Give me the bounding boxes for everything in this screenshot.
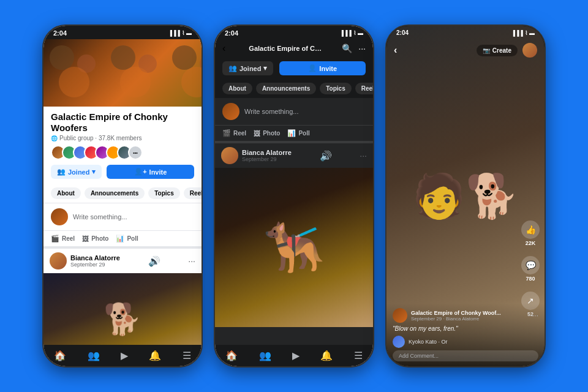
nav-watch[interactable]: ▶ (116, 349, 133, 363)
p2-group-name: Galactic Empire of Ch... (249, 45, 322, 52)
p3-status-time: 2:04 (396, 29, 409, 36)
p2-write-avatar (222, 103, 239, 120)
p2-reel-label: Reel (233, 130, 246, 137)
group-meta: 🌐 Public group · 37.8K members (51, 135, 194, 141)
nav-home[interactable]: 🏠 (49, 349, 71, 363)
tab-topics[interactable]: Topics (148, 187, 179, 199)
phone-3: 2:04 ▐▐▐ ⌇ ▬ ‹ 📷 Create (385, 24, 546, 368)
p2-nav-groups[interactable]: 👥 (254, 349, 276, 363)
avatar-more: ••• (128, 145, 143, 160)
photo-button[interactable]: 🖼 Photo (82, 235, 108, 243)
p3-caption: "Blow on my ears, fren." (393, 325, 538, 332)
chevron-down-icon: ▾ (92, 168, 96, 176)
status-icons-1: ▐▐▐ ⌇ ▬ (168, 30, 192, 36)
group-info: Galactic Empire of Chonky Woofers 🌐 Publ… (43, 107, 202, 184)
p2-tab-announcements[interactable]: Announcements (256, 83, 316, 94)
p3-add-comment-row: Add Comment... (393, 350, 538, 361)
p3-signal-icon: ▐▐▐ (511, 30, 523, 36)
p2-post-author-row: Bianca Alatorre September 29 (221, 147, 292, 164)
p2-photo-label: Photo (263, 130, 280, 137)
p3-comment-action[interactable]: 💬 780 (521, 256, 540, 282)
p3-user-avatar (522, 43, 537, 58)
p2-reel-icon: 🎬 (222, 129, 231, 137)
back-button-2[interactable]: ‹ (222, 43, 225, 54)
joined-label: Joined (68, 168, 89, 176)
p3-battery-icon: ▬ (529, 30, 535, 36)
photo-icon: 🖼 (82, 235, 89, 243)
p3-more-icon[interactable]: ··· (532, 311, 538, 320)
p2-nav-notifications[interactable]: 🔔 (315, 349, 337, 363)
p2-poll-button[interactable]: 📊 Poll (287, 129, 309, 137)
p2-volume-icon[interactable]: 🔊 (320, 150, 332, 162)
p3-comment-count: 780 (526, 276, 535, 282)
search-icon-2[interactable]: 🔍 (342, 43, 352, 53)
p2-post-image: 🐕‍🦺 (215, 168, 373, 327)
p2-dog-image: 🐕‍🦺 (263, 219, 325, 276)
p3-like-action[interactable]: 👍 22K (521, 221, 540, 246)
p3-post-date: September 29 · Bianca Alatorre (411, 316, 501, 322)
p2-post-avatar (221, 147, 238, 164)
nav-groups[interactable]: 👥 (83, 349, 105, 363)
like-icon: 👍 (521, 221, 540, 239)
p2-tab-reels[interactable]: Reels (355, 83, 373, 94)
invite-button[interactable]: 👤+ Invite (107, 165, 194, 179)
bottom-nav-1: 🏠 👥 ▶ 🔔 ☰ (43, 345, 202, 366)
p2-tab-about[interactable]: About (222, 83, 252, 94)
write-placeholder[interactable]: Write something... (73, 213, 194, 221)
dog-image: 🐕 (104, 301, 141, 337)
p3-back-button[interactable]: ‹ (394, 45, 397, 56)
status-time-1: 2:04 (53, 29, 67, 37)
joined-button[interactable]: 👥 Joined ▾ (51, 165, 102, 179)
wifi-icon: ⌇ (182, 30, 184, 36)
p2-tab-topics[interactable]: Topics (320, 83, 351, 94)
poll-button[interactable]: 📊 Poll (116, 235, 138, 243)
write-avatar (51, 208, 68, 225)
action-buttons: 👥 Joined ▾ 👤+ Invite (51, 165, 194, 179)
tab-about[interactable]: About (51, 187, 81, 199)
p2-tabs-row: About Announcements Topics Reels (215, 79, 373, 98)
p2-photo-button[interactable]: 🖼 Photo (254, 129, 280, 137)
p2-post-card: Bianca Alatorre September 29 🔊 ··· 🐕‍🦺 (215, 143, 373, 345)
post-author-name: Bianca Alatorre (70, 254, 120, 262)
invite-label-2: Invite (319, 65, 337, 72)
p3-create-button[interactable]: 📷 Create (477, 45, 518, 56)
p3-comment-row: Kyoko Kato · Or (393, 336, 538, 348)
hero-overlay (43, 39, 202, 107)
photo-label: Photo (91, 235, 108, 242)
p2-nav-center: Galactic Empire of Ch... (245, 45, 322, 52)
reel-button[interactable]: 🎬 Reel (51, 235, 75, 243)
p2-more-icon[interactable]: ··· (360, 151, 367, 160)
p2-poll-icon: 📊 (287, 129, 296, 137)
more-icon-2[interactable]: ··· (358, 43, 366, 53)
tab-reels[interactable]: Reels (184, 187, 202, 199)
tab-announcements[interactable]: Announcements (85, 187, 145, 199)
invite-icon-2: 👤 (308, 64, 317, 72)
signal-icon-2: ▐▐▐ (340, 30, 352, 36)
p2-write-placeholder[interactable]: Write something... (244, 108, 366, 115)
reel-icon: 🎬 (51, 235, 59, 243)
p2-nav-menu[interactable]: ☰ (349, 349, 368, 363)
write-box: Write something... (43, 203, 202, 231)
wifi-icon-2: ⌇ (353, 30, 356, 36)
p2-reel-button[interactable]: 🎬 Reel (222, 129, 246, 137)
joined-button-2[interactable]: 👥 Joined ▾ (222, 61, 273, 75)
hero-image (43, 39, 202, 107)
nav-notifications[interactable]: 🔔 (144, 349, 166, 363)
volume-icon[interactable]: 🔊 (148, 255, 160, 267)
p2-post-date: September 29 (242, 156, 292, 162)
nav-menu[interactable]: ☰ (178, 349, 196, 363)
p2-media-buttons: 🎬 Reel 🖼 Photo 📊 Poll (215, 126, 373, 143)
invite-label: Invite (149, 168, 167, 176)
p2-nav-home[interactable]: 🏠 (221, 349, 243, 363)
media-buttons: 🎬 Reel 🖼 Photo 📊 Poll (43, 231, 202, 249)
invite-icon: 👤+ (134, 168, 146, 176)
post-avatar (50, 252, 67, 270)
p3-group-info-row: Galactic Empire of Chonky Woof... Septem… (393, 308, 538, 323)
p2-nav-watch[interactable]: ▶ (287, 349, 304, 363)
joined-icon-2: 👥 (228, 64, 237, 72)
more-icon[interactable]: ··· (188, 256, 195, 266)
p3-comment-input[interactable]: Add Comment... (393, 350, 538, 361)
p3-bottom-overlay: Galactic Empire of Chonky Woof... Septem… (386, 303, 545, 366)
invite-button-2[interactable]: 👤 Invite (279, 61, 366, 75)
joined-label-2: Joined (239, 65, 261, 72)
